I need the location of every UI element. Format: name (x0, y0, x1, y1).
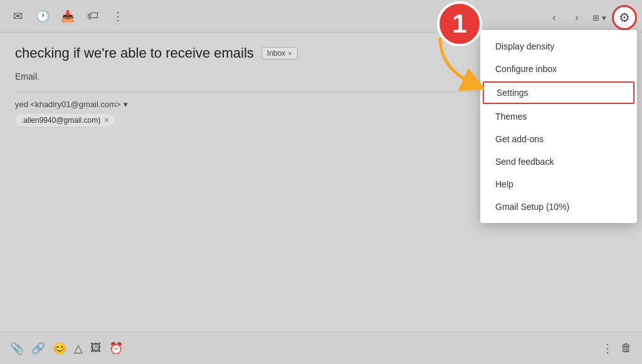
schedule-icon[interactable]: ⏰ (109, 341, 123, 355)
inbox-badge[interactable]: Inbox × (261, 47, 298, 60)
link-icon[interactable]: 🔗 (31, 341, 45, 355)
menu-item-configure-inbox[interactable]: Configure inbox (480, 58, 637, 80)
menu-item-display-density[interactable]: Display density (480, 35, 637, 58)
right-toolbar: ‹ › ⊞ ▾ ⚙ (544, 5, 637, 30)
menu-item-get-addons[interactable]: Get add-ons (480, 128, 637, 150)
menu-item-send-feedback[interactable]: Send feedback (480, 150, 637, 173)
email-subject: checking if we're able to receive emails (15, 45, 254, 61)
delete-icon[interactable]: 🗑 (621, 341, 632, 355)
recipient-email: .allen9940@gmail.com) (21, 116, 100, 125)
attach-icon[interactable]: 📎 (10, 341, 24, 355)
from-dropdown-toggle[interactable]: ▾ (124, 100, 128, 109)
settings-gear-button[interactable]: ⚙ (612, 5, 637, 30)
from-address: yed <khadiry01@gmail.com> (15, 100, 121, 109)
settings-dropdown-menu: Display density Configure inbox Settings… (480, 30, 637, 223)
menu-item-themes[interactable]: Themes (480, 105, 637, 128)
next-button[interactable]: › (567, 8, 587, 28)
recipient-chip: .allen9940@gmail.com) × (15, 114, 115, 127)
bottom-right-icons: ⋮ 🗑 (602, 341, 632, 355)
more-options-icon[interactable]: ⋮ (602, 341, 613, 355)
menu-item-settings[interactable]: Settings (483, 81, 634, 104)
image-icon[interactable]: 🖼 (90, 341, 102, 355)
menu-item-gmail-setup[interactable]: Gmail Setup (10%) (480, 195, 637, 218)
inbox-badge-label: Inbox (267, 49, 285, 58)
bottom-toolbar: 📎 🔗 😊 △ 🖼 ⏰ ⋮ 🗑 (0, 331, 642, 364)
inbox-icon[interactable]: 📥 (58, 6, 78, 26)
step-number: 1 (452, 9, 466, 39)
clock-icon[interactable]: 🕐 (33, 6, 53, 26)
inbox-badge-close[interactable]: × (288, 49, 292, 57)
recipient-chip-close[interactable]: × (104, 116, 108, 125)
bottom-left-icons: 📎 🔗 😊 △ 🖼 ⏰ (10, 341, 123, 355)
emoji-icon[interactable]: 😊 (53, 341, 66, 355)
grid-view-button[interactable]: ⊞ ▾ (589, 8, 609, 28)
menu-item-help[interactable]: Help (480, 173, 637, 195)
more-icon[interactable]: ⋮ (108, 6, 128, 26)
step-badge: 1 (437, 1, 482, 46)
prev-button[interactable]: ‹ (544, 8, 564, 28)
drive-icon[interactable]: △ (74, 341, 83, 355)
label-icon[interactable]: 🏷 (83, 6, 103, 26)
compose-icon[interactable]: ✉ (8, 6, 28, 26)
